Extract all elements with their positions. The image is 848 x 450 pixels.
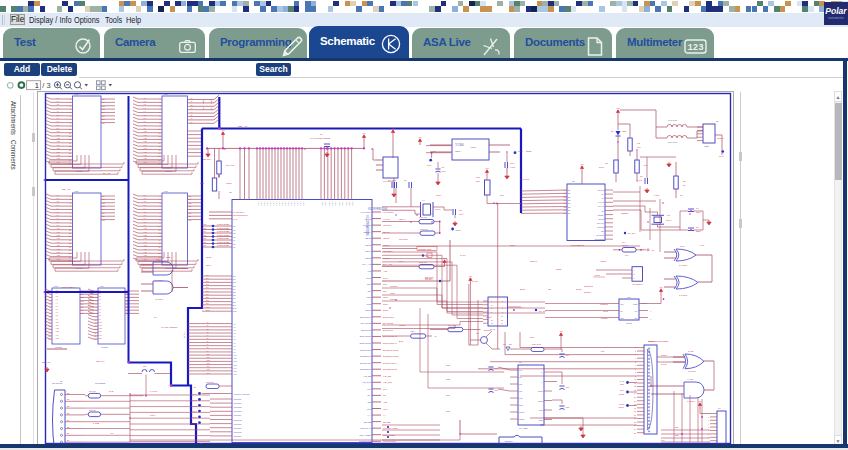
svg-text:10: 10 [158, 128, 160, 130]
svg-text:VDD: VDD [288, 202, 290, 207]
svg-text:READY: READY [363, 231, 371, 233]
svg-text:8: 8 [49, 312, 50, 314]
svg-text:IYB_OB: IYB_OB [383, 375, 391, 378]
svg-text:A3: A3 [98, 298, 101, 300]
svg-text:A3: A3 [206, 331, 209, 333]
svg-text:BIO/0PC1: BIO/0PC1 [361, 329, 372, 331]
svg-text:DEL_YN0: DEL_YN0 [202, 100, 205, 111]
svg-text:9: 9 [491, 315, 492, 317]
svg-text:P0M4: P0M4 [150, 414, 156, 416]
svg-text:HEADER 3: HEADER 3 [632, 283, 643, 285]
svg-text:16: 16 [69, 149, 71, 151]
svg-text:+5v: +5v [193, 386, 196, 388]
svg-text:0.1uF: 0.1uF [510, 166, 516, 168]
svg-text:D3: D3 [206, 283, 209, 285]
svg-text:SPICLK/0P: SPICLK/0P [360, 362, 372, 364]
svg-text:N#_YN: N#_YN [103, 172, 110, 175]
svg-text:A13: A13 [56, 237, 61, 239]
svg-text:PWT: PWT [366, 277, 372, 279]
svg-text:7: 7 [159, 215, 160, 217]
svg-text:10: 10 [634, 378, 636, 380]
svg-text:A0: A0 [56, 97, 59, 99]
svg-text:D2: D2 [206, 280, 209, 282]
svg-text:R34 0R: R34 0R [89, 390, 96, 392]
svg-text:A11: A11 [233, 357, 237, 359]
svg-text:4: 4 [70, 108, 71, 110]
svg-text:Rxx: Rxx [644, 164, 649, 166]
svg-text:C6: C6 [680, 194, 684, 196]
svg-text:B5: B5 [67, 426, 69, 428]
svg-text:A5: A5 [55, 305, 58, 307]
svg-text:A3: A3 [143, 107, 146, 109]
svg-text:JP4: JP4 [143, 365, 148, 367]
svg-text:K20: K20 [476, 176, 481, 178]
svg-text:D0: D0 [568, 189, 570, 191]
svg-text:HARD: HARD [687, 378, 693, 380]
svg-text:C9: C9 [696, 226, 700, 228]
svg-text:VDD: VDD [276, 202, 278, 207]
svg-text:10: 10 [69, 128, 71, 130]
svg-text:A6: A6 [143, 117, 146, 119]
svg-text:+5v: +5v [110, 432, 114, 434]
svg-text:TA(2: TA(2 [620, 380, 625, 382]
svg-text:CLKOUT: CLKOUT [596, 234, 605, 236]
svg-text:18: 18 [158, 252, 160, 254]
svg-text:IOP04: IOP04 [365, 250, 372, 252]
svg-text:P6: P6 [233, 246, 236, 248]
svg-text:B6: B6 [67, 432, 69, 434]
svg-text:TDI: TDI [367, 290, 371, 292]
svg-text:SPIOUT: SPIOUT [390, 285, 398, 287]
svg-text:T1PWM/OPR67: T1PWM/OPR67 [233, 214, 249, 216]
svg-text:25: 25 [634, 432, 636, 434]
svg-text:NE_YN: NE_YN [62, 188, 70, 191]
svg-text:A10: A10 [143, 227, 148, 229]
svg-text:7: 7 [49, 309, 50, 311]
svg-text:A2: A2 [206, 328, 209, 330]
svg-text:A14: A14 [56, 144, 61, 146]
svg-text:SLIN: SLIN [486, 316, 491, 318]
svg-text:PD4: PD4 [446, 394, 451, 396]
svg-text:D11: D11 [233, 310, 237, 312]
svg-text:A4: A4 [55, 302, 58, 304]
svg-text:7: 7 [95, 309, 96, 311]
svg-text:A5: A5 [206, 337, 209, 339]
svg-text:20: 20 [634, 414, 636, 416]
svg-text:3: 3 [159, 202, 160, 204]
svg-text:U5: U5 [229, 191, 233, 193]
svg-text:10: 10 [501, 315, 503, 317]
svg-text:A14: A14 [143, 241, 148, 243]
svg-text:11: 11 [159, 132, 161, 134]
svg-text:1: 1 [70, 98, 71, 100]
svg-text:A5: A5 [233, 338, 236, 340]
svg-text:19: 19 [69, 256, 71, 258]
svg-text:T1CMP/0PB4: T1CMP/0PB4 [383, 440, 397, 442]
svg-text:11: 11 [95, 322, 97, 324]
svg-text:uP2: uP2 [75, 190, 80, 192]
svg-text:A5: A5 [190, 114, 193, 116]
svg-text:SPDIN: SPDIN [584, 291, 591, 293]
svg-text:A7: A7 [233, 345, 236, 347]
svg-text:A1: A1 [143, 100, 146, 102]
svg-text:VDD: VDD [282, 202, 284, 207]
svg-text:PD2: PD2 [446, 378, 451, 380]
svg-text:IPIL: IPIL [367, 388, 372, 390]
svg-text:C15: C15 [566, 406, 571, 408]
svg-text:SRD#A: SRD#A [661, 354, 669, 356]
svg-text:A12: A12 [56, 137, 61, 139]
svg-text:VBUS: VBUS [600, 260, 606, 262]
svg-text:16: 16 [158, 246, 160, 248]
svg-text:1: 1 [159, 98, 160, 100]
svg-text:x: x [650, 318, 651, 320]
svg-text:8: 8 [635, 371, 636, 373]
svg-text:TL7660: TL7660 [455, 143, 464, 147]
svg-text:P3: P3 [233, 236, 236, 238]
svg-text:5: 5 [95, 303, 96, 305]
svg-text:R1in: R1in [539, 409, 543, 411]
svg-text:A6: A6 [56, 117, 59, 119]
svg-text:U7P32: U7P32 [101, 346, 108, 348]
svg-text:A10: A10 [206, 353, 210, 355]
svg-text:GTxTxT2Bxxx: GTxTxT2Bxxx [62, 286, 77, 288]
svg-text:SPICLK/0PC4: SPICLK/0PC4 [383, 362, 398, 364]
svg-text:15: 15 [94, 335, 96, 337]
svg-text:R3: R3 [622, 241, 626, 243]
